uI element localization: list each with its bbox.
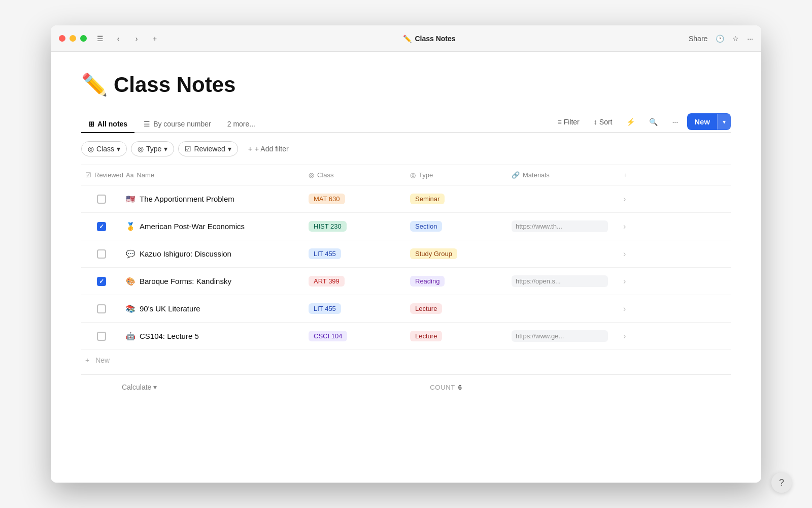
- col-type-label: Type: [419, 171, 433, 179]
- class-badge-3: ART 399: [309, 276, 345, 287]
- reviewed-filter[interactable]: ☑ Reviewed ▾: [178, 141, 238, 156]
- name-cell-1[interactable]: 🥇 American Post-War Economics: [122, 218, 304, 235]
- col-header-type[interactable]: ◎ Type: [406, 169, 507, 181]
- class-cell-2[interactable]: LIT 455: [304, 244, 406, 263]
- maximize-button[interactable]: [80, 35, 87, 42]
- reviewed-cell-0[interactable]: [81, 190, 122, 208]
- class-cell-4[interactable]: LIT 455: [304, 299, 406, 318]
- table-row[interactable]: 🎨 Baroque Forms: Kandinsky ART 399 Readi…: [81, 268, 731, 295]
- tab-by-course[interactable]: ☰ By course number: [137, 116, 218, 133]
- row-more-icon-3[interactable]: ›: [623, 277, 626, 285]
- new-button-main[interactable]: New: [687, 113, 717, 130]
- new-button[interactable]: New ▾: [687, 113, 731, 130]
- tab-more[interactable]: 2 more...: [220, 116, 262, 133]
- table-row[interactable]: 🇺🇸 The Apportionment Problem MAT 630 Sem…: [81, 185, 731, 213]
- name-cell-2[interactable]: 💬 Kazuo Ishiguro: Discussion: [122, 245, 304, 263]
- more-cell-3[interactable]: ›: [619, 273, 650, 290]
- forward-button[interactable]: ›: [129, 31, 144, 46]
- type-cell-1[interactable]: Section: [406, 217, 507, 236]
- col-header-name[interactable]: Aa Name: [122, 169, 304, 181]
- col-header-materials[interactable]: 🔗 Materials: [507, 169, 619, 181]
- material-link[interactable]: https://open.s...: [512, 275, 608, 287]
- circle-icon-type: ◎: [410, 171, 416, 179]
- name-cell-0[interactable]: 🇺🇸 The Apportionment Problem: [122, 190, 304, 208]
- reviewed-cell-4[interactable]: [81, 300, 122, 318]
- sort-button[interactable]: ↕ Sort: [589, 115, 618, 129]
- more-cell-5[interactable]: ›: [619, 328, 650, 345]
- class-cell-0[interactable]: MAT 630: [304, 189, 406, 208]
- col-header-class[interactable]: ◎ Class: [304, 169, 406, 181]
- filter-button[interactable]: ≡ Filter: [553, 115, 585, 129]
- class-cell-1[interactable]: HIST 230: [304, 217, 406, 236]
- materials-cell-1[interactable]: https://www.th...: [507, 216, 619, 236]
- reviewed-cell-1[interactable]: [81, 218, 122, 235]
- row-more-icon-5[interactable]: ›: [623, 332, 626, 340]
- history-icon[interactable]: 🕐: [716, 35, 724, 43]
- row-name-5: CS104: Lecture 5: [140, 332, 199, 340]
- row-more-icon-2[interactable]: ›: [623, 249, 626, 258]
- reviewed-cell-3[interactable]: [81, 273, 122, 290]
- checkbox-5[interactable]: [97, 332, 106, 341]
- name-cell-5[interactable]: 🤖 CS104: Lecture 5: [122, 328, 304, 345]
- more-cell-4[interactable]: ›: [619, 300, 650, 318]
- checkbox-0[interactable]: [97, 195, 106, 204]
- materials-cell-4[interactable]: [507, 305, 619, 313]
- search-icon: 🔍: [649, 118, 658, 126]
- table-row[interactable]: 💬 Kazuo Ishiguro: Discussion LIT 455 Stu…: [81, 240, 731, 268]
- row-more-icon-4[interactable]: ›: [623, 304, 626, 313]
- checkbox-1[interactable]: [97, 222, 106, 231]
- reviewed-cell-5[interactable]: [81, 328, 122, 345]
- minimize-button[interactable]: [70, 35, 76, 42]
- bookmark-icon[interactable]: ☆: [732, 35, 739, 43]
- name-cell-3[interactable]: 🎨 Baroque Forms: Kandinsky: [122, 273, 304, 290]
- materials-cell-2[interactable]: [507, 250, 619, 258]
- circle-icon-class: ◎: [309, 171, 314, 179]
- type-cell-0[interactable]: Seminar: [406, 189, 507, 208]
- new-button-dropdown[interactable]: ▾: [717, 114, 731, 130]
- calculate-button[interactable]: Calculate ▾: [118, 381, 161, 393]
- more-cell-1[interactable]: ›: [619, 218, 650, 235]
- more-actions-button[interactable]: ···: [667, 115, 683, 129]
- main-content: ✏️ Class Notes ⊞ All notes ☰ By course n…: [51, 52, 761, 483]
- material-link[interactable]: https://www.th...: [512, 220, 608, 232]
- checkbox-2[interactable]: [97, 249, 106, 259]
- add-page-button[interactable]: +: [148, 31, 162, 46]
- type-cell-3[interactable]: Reading: [406, 272, 507, 291]
- materials-cell-3[interactable]: https://open.s...: [507, 271, 619, 291]
- table-row[interactable]: 🥇 American Post-War Economics HIST 230 S…: [81, 213, 731, 240]
- row-more-icon-1[interactable]: ›: [623, 222, 626, 231]
- share-button[interactable]: Share: [689, 35, 707, 43]
- tab-all-notes[interactable]: ⊞ All notes: [81, 116, 134, 133]
- materials-cell-0[interactable]: [507, 195, 619, 203]
- type-cell-2[interactable]: Study Group: [406, 244, 507, 263]
- class-cell-5[interactable]: CSCI 104: [304, 327, 406, 345]
- more-cell-0[interactable]: ›: [619, 190, 650, 208]
- type-cell-5[interactable]: Lecture: [406, 327, 507, 345]
- col-header-more[interactable]: +: [619, 169, 650, 181]
- sidebar-toggle-button[interactable]: ☰: [93, 31, 107, 46]
- help-button[interactable]: ?: [771, 472, 792, 493]
- table-row[interactable]: 📚 90's UK Literature LIT 455 Lecture ›: [81, 295, 731, 323]
- reviewed-cell-2[interactable]: [81, 245, 122, 263]
- checkbox-4[interactable]: [97, 304, 106, 313]
- type-filter[interactable]: ◎ Type ▾: [131, 141, 174, 156]
- col-header-reviewed[interactable]: ☑ Reviewed: [81, 169, 122, 181]
- search-button[interactable]: 🔍: [644, 115, 663, 129]
- lightning-button[interactable]: ⚡: [621, 115, 640, 129]
- material-link[interactable]: https://www.ge...: [512, 330, 608, 342]
- type-cell-4[interactable]: Lecture: [406, 299, 507, 318]
- more-cell-2[interactable]: ›: [619, 245, 650, 263]
- class-filter[interactable]: ◎ Class ▾: [81, 141, 127, 156]
- close-button[interactable]: [59, 35, 65, 42]
- add-new-row-icon: +: [85, 356, 89, 364]
- table-row[interactable]: 🤖 CS104: Lecture 5 CSCI 104 Lecture http…: [81, 323, 731, 350]
- materials-cell-5[interactable]: https://www.ge...: [507, 326, 619, 346]
- more-options-button[interactable]: ···: [747, 35, 753, 43]
- row-more-icon-0[interactable]: ›: [623, 195, 626, 203]
- add-new-row[interactable]: + New: [81, 350, 731, 370]
- back-button[interactable]: ‹: [111, 31, 125, 46]
- class-cell-3[interactable]: ART 399: [304, 272, 406, 291]
- add-filter-button[interactable]: + + Add filter: [242, 142, 295, 156]
- name-cell-4[interactable]: 📚 90's UK Literature: [122, 300, 304, 318]
- checkbox-3[interactable]: [97, 277, 106, 286]
